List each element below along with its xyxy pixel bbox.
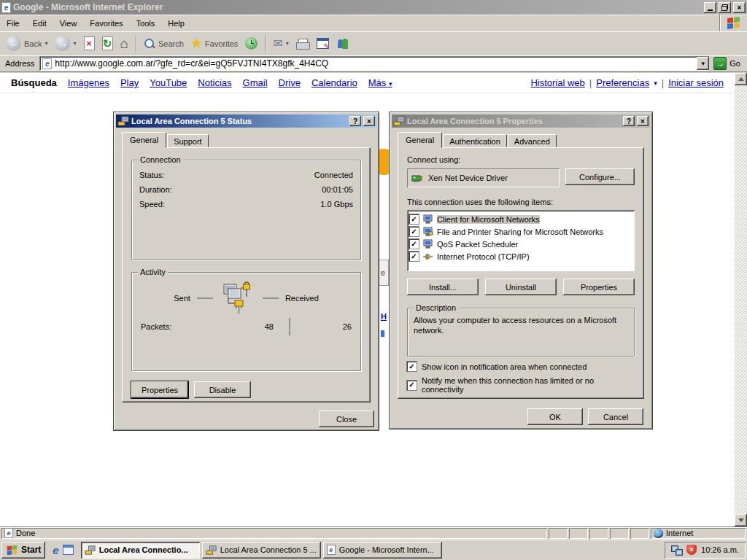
address-dropdown-button[interactable]: ▼ <box>697 57 709 70</box>
mail-dropdown-icon[interactable]: ▾ <box>286 40 289 47</box>
refresh-button[interactable]: ↻ <box>99 35 116 52</box>
taskbar-button-google-ie[interactable]: e Google - Microsoft Intern... <box>323 542 442 559</box>
configure-button[interactable]: Configure... <box>565 168 635 185</box>
option-notify-limited[interactable]: ✓ Notify me when this connection has lim… <box>407 376 635 394</box>
connection-items-list[interactable]: ✓ Client for Microsoft Networks ✓ File a… <box>407 210 635 271</box>
link-iniciar-sesion[interactable]: Iniciar sesión <box>668 77 724 88</box>
close-dialog-button[interactable]: Close <box>319 411 374 427</box>
print-button[interactable] <box>293 37 312 50</box>
list-item-qos[interactable]: ✓ QoS Packet Scheduler <box>409 238 632 250</box>
close-button[interactable]: × <box>637 116 649 126</box>
menu-view[interactable]: View <box>53 15 84 31</box>
nav-imagenes[interactable]: Imágenes <box>68 77 109 88</box>
checkbox-checked[interactable]: ✓ <box>409 214 419 224</box>
tab-strip: General Support <box>116 128 376 147</box>
sent-label: Sent <box>174 294 190 303</box>
back-dropdown-icon[interactable]: ▾ <box>44 40 47 47</box>
address-field[interactable]: e http://www.google.com.ar/?gfe_rd=cr&ei… <box>39 56 709 71</box>
ie-window: e Google - Microsoft Internet Explorer ×… <box>0 0 747 72</box>
scroll-up-button[interactable] <box>735 73 747 85</box>
google-account-links: Historial web | Preferencias ▾ | Iniciar… <box>530 77 724 88</box>
forward-icon: → <box>55 36 70 51</box>
list-item-label[interactable]: Client for Microsoft Networks <box>437 215 540 224</box>
mail-button[interactable]: ✉ ▾ <box>270 35 291 52</box>
taskbar-button-lan-properties[interactable]: Local Area Connection 5 ... <box>202 542 321 559</box>
uninstall-button[interactable]: Uninstall <box>485 279 557 295</box>
search-button[interactable]: Search <box>141 36 187 51</box>
list-item-tcpip[interactable]: ✓ Internet Protocol (TCP/IP) <box>409 250 632 262</box>
quick-launch: e <box>47 544 78 556</box>
close-button[interactable]: × <box>363 116 375 126</box>
nav-youtube[interactable]: YouTube <box>150 77 187 88</box>
favorites-button[interactable]: ★ Favorites <box>188 34 241 52</box>
tab-advanced[interactable]: Advanced <box>508 134 557 147</box>
start-button[interactable]: Start <box>1 542 45 559</box>
packets-row: Packets: 48 26 <box>132 318 360 335</box>
taskbar-button-lan-status[interactable]: Local Area Connectio... <box>81 542 200 559</box>
print-icon <box>296 39 309 49</box>
tab-authentication[interactable]: Authentication <box>443 134 507 147</box>
list-item-client[interactable]: ✓ Client for Microsoft Networks <box>409 213 632 225</box>
cancel-button[interactable]: Cancel <box>588 408 643 425</box>
install-button[interactable]: Install... <box>407 279 479 295</box>
nav-noticias[interactable]: Noticias <box>198 77 231 88</box>
menu-file[interactable]: File <box>0 15 26 31</box>
back-button[interactable]: ← Back ▾ <box>3 34 50 52</box>
item-properties-button[interactable]: Properties <box>563 279 635 295</box>
checkbox-checked[interactable]: ✓ <box>407 381 417 390</box>
connect-using-label: Connect using: <box>407 155 635 164</box>
checkbox-checked[interactable]: ✓ <box>407 362 417 371</box>
nav-play[interactable]: Play <box>120 77 139 88</box>
link-preferencias[interactable]: Preferencias <box>596 77 649 88</box>
edit-button[interactable] <box>314 36 332 50</box>
tab-general[interactable]: General <box>122 132 166 148</box>
tray-network-icon[interactable] <box>671 545 682 555</box>
toolbar: ← Back ▾ → ▾ × ↻ ⌂ Search ★ Favorites <box>0 31 747 55</box>
link-historial-web[interactable]: Historial web <box>530 77 584 88</box>
list-item-label[interactable]: QoS Packet Scheduler <box>437 240 518 249</box>
list-item-file-printer-sharing[interactable]: ✓ File and Printer Sharing for Microsoft… <box>409 225 632 238</box>
divider <box>289 318 290 335</box>
checkbox-checked[interactable]: ✓ <box>409 252 419 261</box>
nav-gmail[interactable]: Gmail <box>243 77 268 88</box>
nav-busqueda[interactable]: Búsqueda <box>11 77 57 88</box>
forward-button[interactable]: → ▾ <box>52 34 79 52</box>
group-legend: Activity <box>138 268 168 276</box>
list-item-label[interactable]: File and Printer Sharing for Microsoft N… <box>437 228 603 236</box>
address-url[interactable]: http://www.google.com.ar/?gfe_rd=cr&ei=g… <box>55 58 694 69</box>
ok-button[interactable]: OK <box>527 408 583 425</box>
nav-calendario[interactable]: Calendario <box>311 77 357 88</box>
internet-globe-icon <box>654 529 663 538</box>
disable-button[interactable]: Disable <box>194 381 251 398</box>
tab-support[interactable]: Support <box>167 134 209 147</box>
messenger-button[interactable] <box>333 36 352 51</box>
mail-icon: ✉ <box>273 36 282 50</box>
minimize-button[interactable] <box>704 2 716 13</box>
history-button[interactable] <box>242 36 260 51</box>
menu-edit[interactable]: Edit <box>26 15 53 31</box>
nav-mas[interactable]: Más ▾ <box>368 77 392 88</box>
forward-dropdown-icon[interactable]: ▾ <box>73 40 76 47</box>
menu-favorites[interactable]: Favorites <box>83 15 129 31</box>
option-show-icon[interactable]: ✓ Show icon in notification area when co… <box>407 362 635 371</box>
stop-button[interactable]: × <box>81 35 98 52</box>
restore-button[interactable] <box>719 2 731 13</box>
nav-drive[interactable]: Drive <box>279 77 301 88</box>
checkbox-checked[interactable]: ✓ <box>409 227 419 236</box>
list-item-label[interactable]: Internet Protocol (TCP/IP) <box>437 252 530 261</box>
menu-help[interactable]: Help <box>161 15 191 31</box>
help-button[interactable]: ? <box>623 116 635 126</box>
tray-security-alert-icon[interactable]: × <box>686 545 697 555</box>
go-button[interactable]: → Go <box>709 57 745 70</box>
home-button[interactable]: ⌂ <box>117 34 131 53</box>
scroll-down-button[interactable] <box>735 514 747 526</box>
quick-launch-window-icon[interactable] <box>63 545 74 555</box>
properties-button[interactable]: Properties <box>131 381 188 398</box>
close-button[interactable]: × <box>733 2 746 13</box>
help-button[interactable]: ? <box>349 116 361 126</box>
tab-general[interactable]: General <box>398 132 442 148</box>
menu-tools[interactable]: Tools <box>130 15 162 31</box>
checkbox-checked[interactable]: ✓ <box>409 239 419 249</box>
quick-launch-ie-icon[interactable]: e <box>53 544 58 556</box>
vertical-scrollbar[interactable] <box>735 73 747 526</box>
